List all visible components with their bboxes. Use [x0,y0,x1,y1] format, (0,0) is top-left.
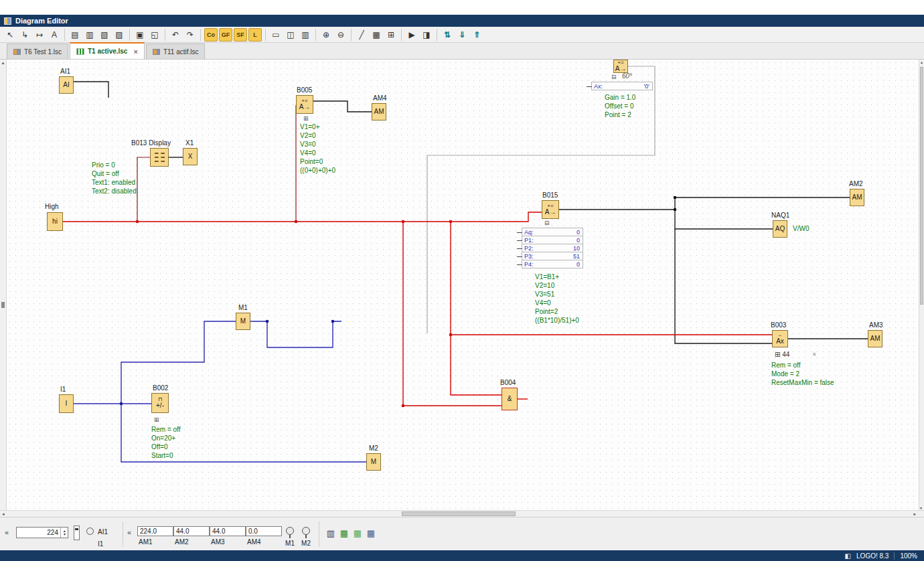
split-connection-tool[interactable]: ↦ [33,28,46,42]
block-B015-symbol: A→ [545,209,556,216]
analog-input-spinner[interactable]: 224 ▴▾ [16,527,68,538]
input-dial-icon[interactable] [86,528,94,535]
horizontal-scroll-thumb[interactable] [402,511,516,516]
constants-button[interactable]: Co [204,28,218,42]
block-X1[interactable]: X [183,148,198,165]
block-High-symbol: hi [52,218,58,226]
download-to-device-icon[interactable]: ⇓ [455,28,469,42]
tab-t6-test1[interactable]: T6 Test 1.lsc [7,44,68,59]
block-B013[interactable] [150,148,169,167]
block-B004-symbol: & [508,396,512,403]
toolbar-separator [129,29,130,41]
lamp-m1[interactable]: M1 [284,527,296,547]
horizontal-scrollbar[interactable]: ◂ ▸ [0,510,924,517]
distribute-vertical-icon[interactable]: ▨ [112,28,126,42]
vertical-scrollbar[interactable]: ▴ ▾ [919,60,924,510]
block-I1-symbol: I [66,400,68,408]
block-AM2[interactable]: AM [850,189,864,206]
block-AI1[interactable]: AI [59,76,74,94]
scroll-up-icon[interactable]: ▴ [921,60,923,64]
diagram-canvas[interactable]: AI1 AI B005 += A→ ⊞ V1=0+ V2=0 V3=0 V4=0… [7,60,919,510]
labels-button[interactable]: L [248,28,262,42]
upload-from-device-icon[interactable]: ⇑ [470,28,483,42]
collapse-icon[interactable]: ⊟ [611,74,617,80]
left-strip-up-icon[interactable]: ▴ [2,60,5,65]
red-junction-dots [136,220,453,408]
close-icon[interactable]: × [812,351,816,358]
statusbar-separator [894,552,895,560]
tab-close-icon[interactable]: × [133,48,137,56]
pin-row-p4[interactable]: P4: 0 [522,260,583,268]
block-NAQ1[interactable]: AQ [773,220,787,238]
simulation-button[interactable]: ▶ [405,28,418,42]
block-B005-symbol: A→ [299,104,311,111]
ungroup-icon[interactable]: ◱ [148,28,161,42]
block-AM4[interactable]: AM [372,103,386,121]
window-split2-icon[interactable]: ◫ [284,28,297,42]
zoom-in-button[interactable]: ⊕ [319,28,333,42]
tab-t11-actif[interactable]: T11 actif.lsc [146,44,206,59]
redo-button[interactable]: ↷ [183,28,197,42]
lamp-view-icon[interactable]: ▦ [339,528,350,539]
io-status-icon[interactable]: ▥ [325,528,336,539]
collapse-left-icon[interactable]: « [5,528,9,536]
lamp-m2[interactable]: M2 [300,527,312,547]
block-B005[interactable]: += A→ [296,95,313,114]
block-High[interactable]: hi [47,212,63,231]
select-tool[interactable]: ↖ [3,28,17,42]
spinner-arrows-icon[interactable]: ▴▾ [60,528,68,538]
block-B013-label: B013 Display [131,139,171,147]
text-tool[interactable]: A [48,28,61,42]
basic-functions-button[interactable]: GF [219,28,232,42]
block-B003[interactable]: – Ax [772,330,788,347]
block-M1[interactable]: M [236,313,250,330]
left-edge-strip[interactable]: ▴ [0,60,7,510]
left-strip-handle[interactable] [1,302,5,308]
block-AM2-symbol: AM [852,194,862,202]
tab-t1-active[interactable]: T1 active.lsc × [70,42,145,59]
pin-row-ax[interactable]: Ax: '0' [591,82,653,90]
toolbar-buttons: ↖↳↦A▤▥▧▨▣◱↶↷CoGFSFL▭◫▥⊕⊖╱▦⊞▶◨⇅⇓⇑ [3,28,483,42]
analog-slider[interactable] [74,526,80,540]
network-project-icon[interactable]: ⇅ [441,28,454,42]
meter-am2: 44.0 AM2 [173,526,210,546]
wire-b005-am4 [313,101,372,112]
distribute-horizontal-icon[interactable]: ▧ [98,28,111,42]
block-B002[interactable]: ⊓ +/- [151,393,169,413]
block-B004[interactable]: & [502,388,518,410]
collapse-icon[interactable]: ⊟ [544,220,550,226]
block-properties-icon[interactable]: ⊞ [384,28,398,42]
io-label-i1: I1 [98,540,103,548]
draw-line-icon[interactable]: ╱ [355,28,368,42]
message-line-icon [155,161,165,162]
expand-icon[interactable]: ⊞ [303,115,309,122]
connector-tool[interactable]: ↳ [18,28,31,42]
block-I1[interactable]: I [59,394,74,413]
wire-m1-out [250,321,341,347]
block-M2-label: M2 [369,445,378,452]
block-B015[interactable]: += A→ [542,200,559,219]
window-split3-icon[interactable]: ▥ [299,28,312,42]
align-left-icon[interactable]: ▤ [68,28,82,42]
wire-ai1 [74,82,108,98]
online-test-button[interactable]: ◨ [420,28,433,42]
value-grid-icon[interactable]: ▦ [352,528,363,539]
zoom-out-button[interactable]: ⊖ [334,28,348,42]
lamp-label: M2 [300,540,312,547]
grid-icon[interactable]: ▦ [370,28,383,42]
special-functions-button[interactable]: SF [234,28,247,42]
vertical-scroll-thumb[interactable] [920,67,923,305]
zoom-level[interactable]: 100% [900,552,917,560]
expand-icon[interactable]: ⊞ [154,416,159,423]
scroll-down-icon[interactable]: ▾ [920,505,922,510]
undo-button[interactable]: ↶ [169,28,182,42]
table-view-icon[interactable]: ▦ [366,528,376,539]
block-B003-symbol: Ax [776,338,784,345]
group-icon[interactable]: ▣ [133,28,147,42]
block-AM3[interactable]: AM [868,330,882,347]
block-M2[interactable]: M [366,453,381,471]
block-gain-amplifier[interactable]: += A→ [613,60,628,73]
collapse-mid-icon[interactable]: « [127,528,131,536]
window-single-icon[interactable]: ▭ [269,28,283,42]
align-top-icon[interactable]: ▥ [83,28,96,42]
